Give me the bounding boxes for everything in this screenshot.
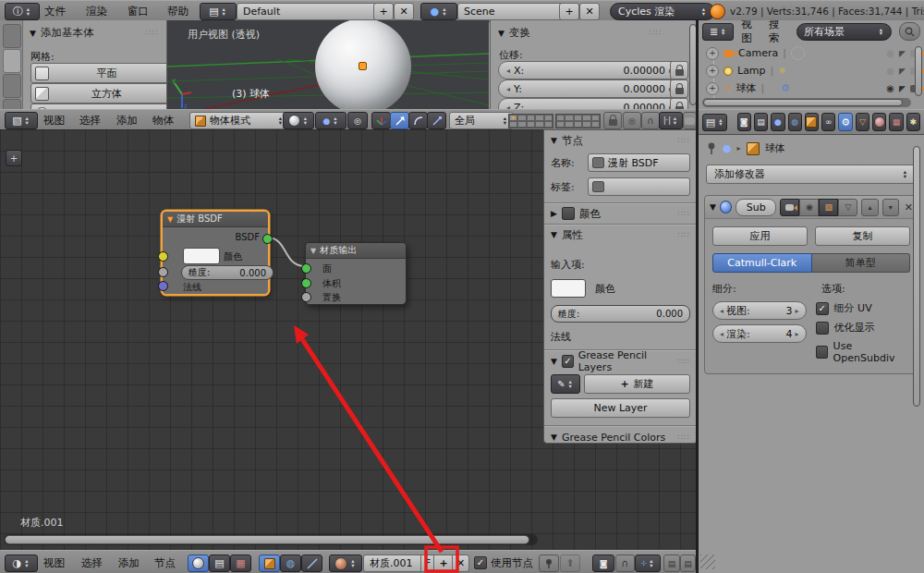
shelf-tab[interactable] [3, 99, 21, 109]
outliner-row-sphere[interactable]: + ▽ 球体 | ▽ ⚙ ◉ ◤ [706, 79, 920, 97]
mode-select[interactable]: 物体模式 ▴▾ [189, 112, 289, 129]
socket-bsdf-output[interactable] [262, 234, 273, 244]
location-x-field[interactable]: ◂X: 0.00000▸ [498, 61, 681, 79]
panel-drag-dots[interactable]: ∷∷ [678, 230, 690, 239]
pin-icon[interactable] [706, 142, 717, 154]
viewport-shading-select[interactable]: ▴▾ [283, 112, 314, 129]
scene-name-field[interactable]: Scene [457, 3, 570, 20]
screen-layout-name-field[interactable]: Default [237, 3, 384, 20]
panel-drag-dots[interactable]: ∷∷ [678, 433, 690, 442]
node-output-header[interactable]: ▼ 材质输出 [306, 243, 406, 259]
parent-node-tree-button[interactable]: ⬆ [560, 555, 580, 572]
properties-vscroll-thumb[interactable] [913, 146, 920, 407]
toolshelf-expand-button[interactable]: + [6, 150, 22, 166]
panel-header-color[interactable]: ▶ ✓ 颜色 ∷∷ [544, 203, 697, 224]
viewport-3d[interactable]: 用户视图 (透视) (3) 球体 y z [167, 20, 489, 109]
subdivide-uvs-checkbox[interactable]: ✓ [816, 302, 829, 315]
selectable-cursor-icon[interactable]: ◤ [899, 67, 906, 76]
display-mode-select[interactable]: 所有场景 ▴▾ [796, 23, 892, 41]
selectable-cursor-icon[interactable]: ◤ [899, 49, 906, 58]
object-breadcrumb-icon[interactable] [747, 142, 760, 155]
layer-buttons-group1[interactable] [508, 114, 553, 128]
panel-drag-dots[interactable]: ∷∷ [678, 357, 690, 366]
menu-help[interactable]: 帮助 [167, 5, 188, 18]
socket-normal-input[interactable] [158, 281, 168, 291]
panel-header-add-primitive[interactable]: ▼ 添加基本体 [30, 26, 93, 40]
menu-select[interactable]: 选择 [81, 556, 103, 570]
material-preview-select[interactable]: ▴▾ [329, 555, 362, 572]
shelf-tab[interactable] [3, 49, 21, 73]
menu-object[interactable]: 物体 [152, 114, 174, 128]
collapse-icon[interactable]: ▼ [710, 202, 716, 212]
menu-file[interactable]: 文件 [44, 5, 66, 18]
opengl-render-button[interactable] [683, 112, 697, 129]
expand-icon[interactable]: + [706, 82, 719, 95]
shader-nodes-tab[interactable] [188, 555, 209, 572]
outliner-row-camera[interactable]: + Camera | ● ◤ [706, 44, 920, 62]
snap-element-select[interactable]: |·| ▴▾ [659, 112, 683, 129]
tab-texture[interactable]: ▦ [889, 113, 903, 131]
menu-select[interactable]: 选择 [79, 114, 101, 128]
roughness-slider[interactable]: 糙度:0.000 [181, 265, 274, 280]
add-material-button[interactable]: + [433, 555, 454, 572]
tab-object-data[interactable]: ▽ [856, 113, 869, 131]
canvas-hscroll-thumb[interactable] [5, 535, 529, 544]
tab-particles[interactable]: ✱ [906, 113, 920, 131]
sidebar-color-swatch[interactable] [551, 279, 586, 298]
location-y-field[interactable]: ◂Y: 0.00000▸ [498, 79, 681, 98]
subdivision-type-simple[interactable]: 简单型 [812, 253, 911, 273]
add-layout-button[interactable]: + [373, 3, 394, 20]
outliner-vscroll-thumb[interactable] [915, 46, 922, 96]
socket-roughness-input[interactable] [158, 267, 168, 277]
apply-button[interactable]: 应用 [712, 226, 808, 246]
menu-view[interactable]: 视图 [741, 20, 761, 45]
lock-y-button[interactable] [670, 79, 688, 98]
compositing-nodes-tab[interactable]: ▤ [209, 555, 230, 572]
manipulator-translate-button[interactable] [390, 112, 409, 129]
color-checkbox[interactable]: ✓ [562, 207, 575, 220]
diffuse-color-swatch[interactable] [183, 248, 220, 264]
close-layout-button[interactable]: ✕ [394, 3, 414, 20]
stepper-left-icon[interactable]: ◂ [720, 330, 723, 338]
close-scene-button[interactable]: ✕ [579, 3, 600, 20]
node-collapse-icon[interactable]: ▼ [167, 215, 173, 224]
copy-nodes-button[interactable]: ▤ [663, 555, 680, 572]
tab-material[interactable] [872, 113, 886, 131]
transform-orientation-select[interactable]: 全局 ▴▾ [449, 112, 514, 129]
corner-grip[interactable] [700, 555, 715, 569]
pin-button[interactable] [539, 555, 559, 572]
hide-icon[interactable]: ● [886, 48, 894, 58]
menu-window[interactable]: 窗口 [128, 5, 149, 18]
node-material-output[interactable]: ▼ 材质输出 面 体积 置换 [305, 242, 407, 305]
lock-x-button[interactable] [670, 61, 688, 79]
location-z-field[interactable]: ◂Z: 0.00000▸ [498, 98, 681, 109]
tab-object[interactable] [805, 113, 819, 131]
subdiv-view-field[interactable]: ◂视图: 3▸ [712, 301, 807, 320]
shelf-tab[interactable] [3, 24, 21, 48]
panel-drag-dots[interactable]: ∷∷ [678, 136, 690, 145]
tab-modifiers[interactable]: ⚙ [838, 113, 852, 131]
expand-icon[interactable]: + [706, 65, 719, 78]
manipulator-axis-button[interactable] [371, 112, 391, 129]
stepper-left-icon[interactable]: ◂ [506, 85, 510, 93]
add-plane-button[interactable]: 平面 [30, 63, 167, 83]
editor-type-outliner-button[interactable]: ≣ ▴▾ [702, 23, 734, 41]
tab-scene[interactable]: ● [771, 113, 784, 131]
copy-button[interactable]: 复制 [815, 226, 910, 246]
node-name-field[interactable]: 漫射 BSDF [588, 153, 690, 172]
editor-type-3dview-button[interactable]: ▧ ▴▾ [5, 112, 38, 129]
snap-magnet-button[interactable]: ∩ [615, 555, 635, 572]
hide-icon[interactable]: ● [886, 66, 894, 76]
lock-z-button[interactable] [670, 98, 688, 109]
tab-constraints[interactable]: ∞ [821, 113, 835, 131]
panel-drag-dots[interactable]: ∷∷ [678, 209, 690, 218]
tab-world[interactable]: ◍ [788, 113, 802, 131]
socket-color-input[interactable] [158, 251, 168, 262]
stepper-left-icon[interactable]: ◂ [720, 307, 723, 315]
screen-layout-icon-button[interactable]: ▤ ▴▾ [200, 3, 237, 20]
selectable-cursor-icon[interactable]: ◤ [899, 84, 906, 93]
breadcrumb-object-name[interactable]: 球体 [765, 141, 785, 155]
tab-render-layers[interactable]: ▤ [754, 113, 768, 131]
texture-nodes-tab[interactable]: ▦ [230, 555, 251, 572]
toggle-editmode-button[interactable]: ▧ [819, 199, 838, 216]
